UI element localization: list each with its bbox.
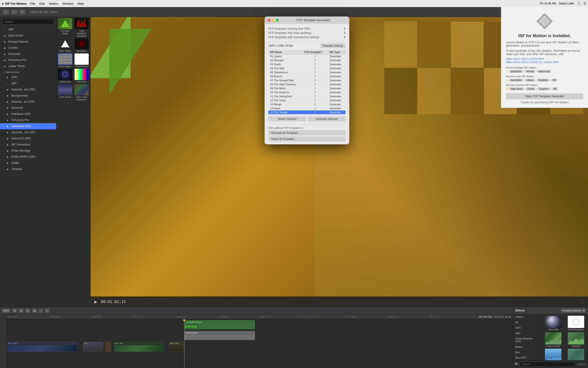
menu-icon[interactable]: ☰ <box>584 2 586 5</box>
sidebar-item-feedback[interactable]: ◈ Feedback (ISF) <box>0 111 56 117</box>
toolbar-btn-refresh[interactable]: ↻ <box>19 9 25 14</box>
effects-cat-basics[interactable]: Basics <box>513 344 541 350</box>
sidebar-item-photo-montage[interactable]: ◈ Photo Montage <box>0 148 56 154</box>
modal-table-row-8[interactable]: 09-The Moon √ Generator <box>268 86 345 90</box>
modal-settings-btn[interactable]: Template Settings <box>320 43 345 48</box>
search-icon[interactable]: 🔍 <box>577 2 581 5</box>
effect-item-rotate[interactable]: Rotate <box>543 349 564 360</box>
sidebar-item-automat[interactable]: ◈ Automat...ted (ISF) <box>0 86 56 92</box>
effects-cat-blur[interactable]: Blur <box>513 350 541 355</box>
gen-item-brick-pattern[interactable]: Brick Pattern <box>57 54 73 68</box>
gen-item-audio-waveform[interactable]: Audio Waveform Feedback <box>74 18 89 37</box>
effect-item-shake[interactable]: Shake <box>565 349 587 360</box>
sidebar-item-fxfactory[interactable]: ◈ FxFactory Pro <box>0 57 56 63</box>
menu-file[interactable]: File <box>30 2 35 5</box>
gen-item-animated-shape[interactable]: Animated Shape <box>57 18 73 37</box>
timeline-btn-2[interactable]: ⊟ <box>19 309 24 313</box>
modal-generate-all-btn[interactable]: Generate All Templates <box>268 130 345 135</box>
gen-item-color-history[interactable]: Color History <box>57 84 73 101</box>
isf-open-fcp-btn[interactable]: Open FCP Template Generator <box>506 93 583 99</box>
sidebar-item-360-gen[interactable]: ○ 360° <box>0 80 56 86</box>
effects-cat-isf[interactable]: (ISF) <box>513 325 541 331</box>
modal-table-row-7[interactable]: 08-The High Priestess √ Generator <box>268 83 345 86</box>
gen-item-circle-trails[interactable]: Circle Trails <box>57 69 73 83</box>
sidebar-item-bumper[interactable]: ◈ Bumper/Opener <box>0 39 56 45</box>
isf-link-1[interactable]: https://docs.vidvox.net/isf.html <box>506 57 583 61</box>
sidebar-item-generator-isf[interactable]: ◈ Generator (ISF) <box>0 123 56 129</box>
timeline-btn-1[interactable]: ⊞ <box>12 309 17 313</box>
transport-play[interactable]: ▶ <box>94 299 97 304</box>
timeline-clip-img7642[interactable]: IMG_7642 <box>7 342 78 352</box>
modal-table-row-13[interactable]: 14-Hope √ Generator <box>268 106 345 110</box>
toolbar-btn-1[interactable]: ← <box>3 10 9 14</box>
sidebar-item-solids[interactable]: ◈ Solids <box>0 160 56 166</box>
menu-edit[interactable]: Edit <box>40 2 45 5</box>
modal-table-row-14[interactable]: 15-The Temple √ Generator <box>268 110 345 114</box>
sidebar-item-geometry[interactable]: ◈ Geometr...ent (ISF) <box>0 129 56 135</box>
modal-table-row-6[interactable]: 07-The Hanged Man √ Generator <box>268 78 345 83</box>
modal-delete-selected-btn[interactable]: Delete Selected <box>268 116 306 121</box>
modal-generate-selected-btn[interactable]: Generate Selected <box>308 116 345 121</box>
effect-item-radial-replicate[interactable]: Radial Replicate <box>565 316 587 331</box>
modal-table-row-0[interactable]: 01-Justice √ Generator <box>268 54 345 58</box>
sidebar-item-pixelspirit[interactable]: ◈ PIXELSPIRIT (ISF) <box>0 154 56 160</box>
modal-table-row-10[interactable]: 11-The Hierophant √ Generator <box>268 94 345 98</box>
modal-table-row-9[interactable]: 10-The Emperor √ Generator <box>268 90 345 94</box>
modal-table-row-12[interactable]: 13-Merge √ Generator <box>268 102 345 106</box>
effects-search-input[interactable] <box>520 362 576 367</box>
sidebar-item-lower-thirds[interactable]: ◈ Lower Thirds <box>0 63 56 69</box>
timeline-btn-3[interactable]: ⊡ <box>26 309 30 313</box>
sidebar-item-isf[interactable]: ◈ (ISF) <box>0 74 56 80</box>
sidebar-group-generators[interactable]: Generators <box>0 69 56 74</box>
sidebar-item-elements[interactable]: ◈ Elements <box>0 51 56 57</box>
menu-help[interactable]: Help <box>77 2 84 5</box>
effects-cat-360[interactable]: 360° <box>513 331 541 336</box>
sidebar-item-build[interactable]: ◈ Build In/Out <box>0 32 56 39</box>
gen-item-color-bars[interactable]: Color Bars <box>74 69 89 83</box>
timeline-clip-brick[interactable]: Brick Pattern <box>184 331 255 340</box>
timeline-clip-animated[interactable]: Animated Shape ▶ ▶ ▶ ▶ <box>184 320 255 329</box>
gen-item-checkerboard[interactable]: Checkerboard <box>74 54 89 68</box>
sidebar-item-elements-gen[interactable]: ◈ Elements <box>0 105 56 111</box>
timeline-btn-5[interactable]: ↑ <box>39 309 43 313</box>
sidebar-item-distortion[interactable]: ◈ Distortio...ect (ISF) <box>0 99 56 105</box>
modal-table-row-1[interactable]: 02-Strength √ Generator <box>268 58 345 62</box>
effect-item-replicate[interactable]: Replicate <box>565 332 587 347</box>
search-input[interactable] <box>2 19 54 25</box>
sidebar-item-icalvin[interactable]: ◈ icalvin102 (ISF) <box>0 135 56 141</box>
gen-item-bloodstain[interactable]: Bloodstain <box>74 38 89 53</box>
timeline-btn-4[interactable]: ▤ <box>32 309 37 313</box>
sidebar-item-credits[interactable]: ◈ Credits <box>0 45 56 51</box>
effect-item-random-shifts[interactable]: Random Shifts <box>543 332 564 347</box>
sidebar-item-textures[interactable]: ◈ Textures <box>0 166 56 172</box>
effects-dropdown[interactable]: Installed Effects <box>561 308 586 313</box>
sidebar-item-360[interactable]: ○ 360° <box>0 26 56 32</box>
effect-item-mirror-ball[interactable]: Mirror Ball <box>543 316 564 331</box>
modal-close-btn[interactable] <box>267 19 270 22</box>
modal-min-btn[interactable] <box>272 19 274 22</box>
timeline-btn-index[interactable]: Index <box>2 309 10 313</box>
sidebar-item-isf-gen[interactable]: ◈ ISF Generators <box>0 141 56 148</box>
modal-max-btn[interactable] <box>276 19 279 22</box>
isf-link-2[interactable]: https://docs.vidvox.net/isf_for_motion.h… <box>506 61 583 64</box>
gen-item-basic-shape[interactable]: Basic Shape <box>57 38 73 53</box>
sidebar-item-fxfactory-gen[interactable]: ◈ FxFactory Pro <box>0 117 56 123</box>
effects-cat-audio-reactive[interactable]: Audio Reactive (ISF) <box>513 336 541 344</box>
transport-fullscreen[interactable]: ⛶ <box>581 300 584 304</box>
gen-item-color-organ[interactable]: Color Organ Polyphonic <box>74 84 89 101</box>
sidebar-item-backgrounds[interactable]: ◈ Backgrounds <box>0 92 56 99</box>
timeline-nav-right[interactable]: ▶ <box>509 315 511 318</box>
modal-table-row-11[interactable]: 12-The Tower √ Generator <box>268 98 345 102</box>
modal-delete-all-btn[interactable]: Delete All Templates <box>268 136 345 141</box>
modal-table-row-2[interactable]: 03-Death √ Generator <box>268 62 345 66</box>
toolbar-btn-2[interactable]: → <box>11 10 18 14</box>
effects-cat-blur-isf[interactable]: Blur (ISF) <box>513 355 541 360</box>
effects-cat-video[interactable]: VIDEO <box>513 314 541 320</box>
timeline-clip-img3[interactable] <box>105 342 111 352</box>
effects-cat-all[interactable]: All <box>513 320 541 325</box>
timeline-clip-img7684[interactable]: IMG_7684 <box>113 342 164 352</box>
timeline-nav-left[interactable]: ◀ <box>505 315 507 318</box>
timeline-clip-img7689[interactable]: IMG_7689 <box>169 342 184 352</box>
modal-table-row-3[interactable]: 04-The Wall √ Generator <box>268 66 345 70</box>
menu-motion[interactable]: Motion <box>49 2 58 5</box>
